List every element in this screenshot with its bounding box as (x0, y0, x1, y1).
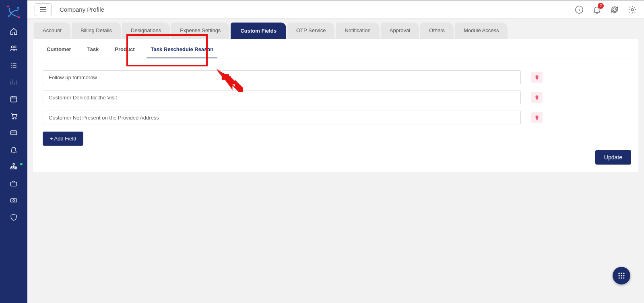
svg-rect-12 (13, 168, 14, 169)
svg-point-0 (7, 5, 9, 7)
nav-calendar[interactable] (0, 91, 27, 107)
svg-rect-10 (13, 164, 14, 165)
delete-button-3[interactable] (531, 112, 543, 123)
subtab-task-reschedule-reason[interactable]: Task Reschedule Reason (142, 39, 221, 58)
notifications-icon[interactable]: 2 (592, 5, 601, 14)
header-actions: 2 (575, 5, 637, 14)
svg-point-24 (619, 273, 620, 274)
tab-designations[interactable]: Designations (122, 23, 170, 39)
nav-home[interactable] (0, 23, 27, 40)
svg-point-1 (18, 16, 20, 18)
nav-org[interactable] (0, 158, 27, 175)
delete-button-1[interactable] (531, 72, 543, 83)
subtab-task[interactable]: Task (79, 39, 107, 58)
svg-point-16 (13, 200, 14, 201)
content-card: Customer Task Product Task Reschedule Re… (33, 39, 638, 172)
subtab-customer[interactable]: Customer (39, 39, 79, 58)
tab-otp-service[interactable]: OTP Service (287, 23, 334, 39)
delete-button-2[interactable] (531, 92, 543, 103)
tab-module-access[interactable]: Module Access (455, 23, 508, 39)
reason-input-1[interactable] (43, 70, 521, 84)
svg-rect-11 (11, 168, 12, 169)
svg-point-5 (14, 46, 16, 48)
tab-expense-settings[interactable]: Expense Settings (171, 23, 229, 39)
tab-account[interactable]: Account (34, 23, 70, 39)
nav-money[interactable] (0, 192, 27, 209)
svg-point-30 (619, 277, 620, 278)
svg-rect-15 (11, 199, 17, 202)
nav-tasks[interactable] (0, 57, 27, 74)
top-header: Company Profile 2 (27, 0, 644, 19)
subtab-product[interactable]: Product (107, 39, 142, 58)
tab-billing-details[interactable]: Billing Details (72, 23, 121, 39)
nav-cart[interactable] (0, 107, 27, 124)
fields-list (33, 58, 638, 124)
reason-input-3[interactable] (43, 111, 521, 124)
nav-briefcase[interactable] (0, 175, 27, 192)
refresh-icon[interactable] (610, 5, 619, 14)
field-row (43, 91, 629, 104)
nav-shield[interactable] (0, 209, 27, 226)
svg-rect-14 (11, 182, 17, 186)
svg-point-32 (623, 277, 624, 278)
svg-rect-13 (15, 168, 17, 169)
update-button[interactable]: Update (595, 150, 631, 165)
nav-analytics[interactable] (0, 74, 27, 91)
svg-point-18 (631, 8, 634, 11)
svg-point-2 (8, 15, 10, 17)
hamburger-button[interactable] (35, 3, 52, 16)
tab-approval[interactable]: Approval (381, 23, 419, 39)
svg-point-4 (11, 46, 13, 48)
svg-point-8 (15, 118, 17, 119)
field-row (43, 70, 629, 84)
fab-apps-button[interactable] (613, 267, 630, 284)
add-field-button[interactable]: + Add Field (43, 132, 83, 146)
tab-others[interactable]: Others (420, 23, 454, 39)
app-logo (0, 1, 27, 23)
reason-input-2[interactable] (43, 91, 521, 104)
settings-icon[interactable] (628, 5, 637, 14)
svg-rect-9 (11, 131, 17, 135)
primary-tabs: Account Billing Details Designations Exp… (27, 19, 644, 39)
secondary-tabs: Customer Task Product Task Reschedule Re… (39, 39, 633, 58)
nav-bell[interactable] (0, 141, 27, 158)
nav-card[interactable] (0, 124, 27, 141)
left-sidebar (0, 0, 27, 303)
svg-rect-6 (11, 97, 17, 102)
svg-point-26 (623, 273, 624, 274)
svg-point-31 (621, 277, 622, 278)
nav-users[interactable] (0, 40, 27, 57)
svg-point-27 (619, 275, 620, 276)
page-title: Company Profile (60, 6, 104, 13)
tab-notification[interactable]: Notification (336, 23, 379, 39)
svg-point-29 (623, 275, 624, 276)
notification-badge: 2 (598, 3, 604, 9)
svg-point-7 (12, 118, 13, 119)
svg-point-28 (621, 275, 622, 276)
nav-org-indicator (20, 163, 23, 165)
tab-custom-fields[interactable]: Custom Fields (231, 23, 286, 39)
main-area: Company Profile 2 Account Billing Detail… (27, 0, 644, 303)
svg-point-25 (621, 273, 622, 274)
info-icon[interactable] (575, 5, 584, 14)
field-row (43, 111, 629, 124)
